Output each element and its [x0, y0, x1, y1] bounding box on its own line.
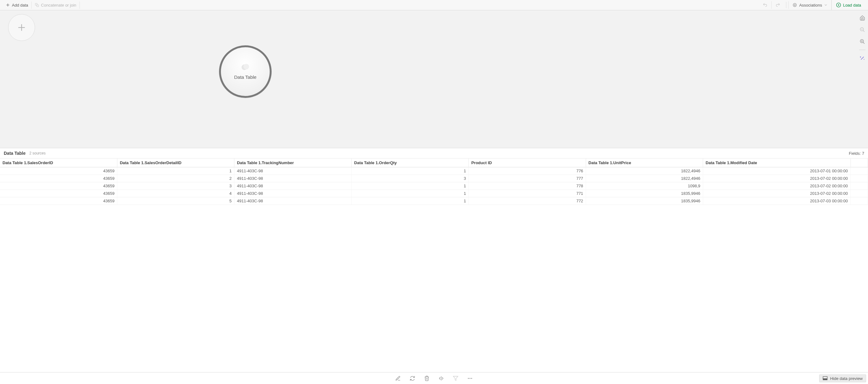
zoom-out-button[interactable]	[858, 25, 867, 34]
concat-join-label: Concatenate or join	[41, 3, 76, 7]
svg-point-21	[468, 378, 469, 379]
add-data-label: Add data	[12, 3, 28, 7]
top-toolbar: Add data Concatenate or join Association…	[0, 0, 868, 10]
zoom-out-icon	[860, 27, 865, 33]
table-cell[interactable]: 4911-403C-98	[235, 182, 351, 190]
table-cell[interactable]: 2013-07-03 00:00:00	[703, 197, 850, 205]
table-cell[interactable]: 43659	[0, 197, 117, 205]
table-cell[interactable]: 2013-07-02 00:00:00	[703, 175, 850, 182]
table-cell[interactable]: 4911-403C-98	[235, 175, 351, 182]
table-row[interactable]: 4365954911-403C-9817721835,99462013-07-0…	[0, 197, 868, 205]
concat-join-button: Concatenate or join	[32, 2, 80, 9]
table-cell[interactable]: 43659	[0, 182, 117, 190]
table-cell-spacer	[850, 190, 868, 197]
table-row[interactable]: 4365934911-403C-9817781098,92013-07-02 0…	[0, 182, 868, 190]
more-button[interactable]	[467, 376, 473, 381]
table-cell[interactable]: 2013-07-02 00:00:00	[703, 190, 850, 197]
table-cell[interactable]: 777	[469, 175, 586, 182]
zoom-in-button[interactable]	[858, 37, 867, 46]
right-rail	[857, 10, 868, 63]
column-header[interactable]: Product ID	[469, 159, 586, 167]
table-cell[interactable]: 4911-403C-98	[235, 167, 351, 175]
bottom-actions	[395, 376, 473, 381]
table-cell[interactable]: 43659	[0, 190, 117, 197]
table-cell[interactable]: 43659	[0, 175, 117, 182]
table-cell[interactable]: 1835,9946	[586, 190, 703, 197]
table-cell[interactable]: 1	[351, 197, 468, 205]
filter-button	[453, 376, 458, 381]
table-cell[interactable]: 4911-403C-98	[235, 197, 351, 205]
table-cell[interactable]: 2013-07-01 00:00:00	[703, 167, 850, 175]
rail-separator	[859, 50, 866, 50]
svg-rect-26	[823, 379, 827, 380]
add-data-button[interactable]: Add data	[2, 2, 32, 9]
column-header[interactable]: Data Table 1.SalesOrderID	[0, 159, 117, 167]
svg-marker-7	[838, 4, 839, 6]
table-cell[interactable]: 2013-07-02 00:00:00	[703, 182, 850, 190]
table-cell[interactable]: 1	[351, 167, 468, 175]
table-cell[interactable]: 771	[469, 190, 586, 197]
toolbar-right: Associations Load data	[759, 0, 866, 10]
table-cell-spacer	[850, 175, 868, 182]
svg-point-23	[471, 378, 472, 379]
trash-icon	[424, 376, 430, 381]
column-header[interactable]: Data Table 1.SalesOrderDetailID	[117, 159, 234, 167]
canvas-area[interactable]: Data Table	[0, 10, 868, 148]
split-icon	[438, 376, 444, 381]
table-cell[interactable]: 4	[117, 190, 234, 197]
preview-title: Data Table	[4, 151, 26, 156]
play-circle-icon	[836, 2, 841, 7]
table-cell[interactable]: 43659	[0, 167, 117, 175]
table-cell[interactable]: 4911-403C-98	[235, 190, 351, 197]
undo-icon	[763, 2, 768, 7]
home-button[interactable]	[858, 13, 867, 22]
svg-point-22	[470, 378, 471, 379]
associations-button[interactable]: Associations	[788, 1, 831, 9]
chevron-down-icon	[824, 3, 828, 7]
svg-point-4	[794, 4, 796, 6]
table-cell[interactable]: 778	[469, 182, 586, 190]
column-header[interactable]: Data Table 1.OrderQty	[351, 159, 468, 167]
magic-wand-button[interactable]	[858, 54, 867, 63]
column-header[interactable]: Data Table 1.Modified Date	[703, 159, 850, 167]
concat-icon	[35, 3, 39, 7]
table-cell[interactable]: 2	[117, 175, 234, 182]
table-cell[interactable]: 776	[469, 167, 586, 175]
svg-point-5	[793, 3, 797, 7]
svg-line-13	[863, 30, 865, 32]
table-row[interactable]: 4365944911-403C-9817711835,99462013-07-0…	[0, 190, 868, 197]
edit-button[interactable]	[395, 376, 401, 381]
unpivot-button[interactable]	[438, 376, 444, 381]
table-cell[interactable]: 1098,9	[586, 182, 703, 190]
delete-button[interactable]	[424, 376, 430, 381]
column-header[interactable]: Data Table 1.TrackingNumber	[235, 159, 351, 167]
associations-icon	[792, 2, 797, 7]
table-cell[interactable]: 1822,4946	[586, 175, 703, 182]
add-table-bubble[interactable]	[8, 14, 35, 41]
table-cell[interactable]: 1	[351, 182, 468, 190]
load-data-button[interactable]: Load data	[831, 0, 866, 10]
home-icon	[860, 15, 865, 21]
svg-line-16	[863, 42, 865, 44]
plus-icon	[6, 3, 10, 7]
table-cell[interactable]: 3	[351, 175, 468, 182]
table-row[interactable]: 4365914911-403C-9817761822,49462013-07-0…	[0, 167, 868, 175]
magic-wand-icon	[860, 55, 865, 61]
table-cell[interactable]: 1835,9946	[586, 197, 703, 205]
table-bubble[interactable]: Data Table	[219, 45, 272, 98]
data-preview-table[interactable]: Data Table 1.SalesOrderIDData Table 1.Sa…	[0, 159, 868, 372]
table-cell[interactable]: 5	[117, 197, 234, 205]
table-cell[interactable]: 772	[469, 197, 586, 205]
hide-preview-button[interactable]: Hide data preview	[819, 374, 866, 382]
table-row[interactable]: 4365924911-403C-9837771822,49462013-07-0…	[0, 175, 868, 182]
table-cell[interactable]: 1822,4946	[586, 167, 703, 175]
more-icon	[467, 376, 473, 381]
column-header[interactable]: Data Table 1.UnitPrice	[586, 159, 703, 167]
table-cell[interactable]: 1	[117, 167, 234, 175]
bottom-bar: Hide data preview	[0, 372, 868, 384]
redo-icon	[775, 2, 780, 7]
separator	[786, 2, 786, 8]
table-cell[interactable]: 3	[117, 182, 234, 190]
reload-button[interactable]	[410, 376, 415, 381]
table-cell[interactable]: 1	[351, 190, 468, 197]
